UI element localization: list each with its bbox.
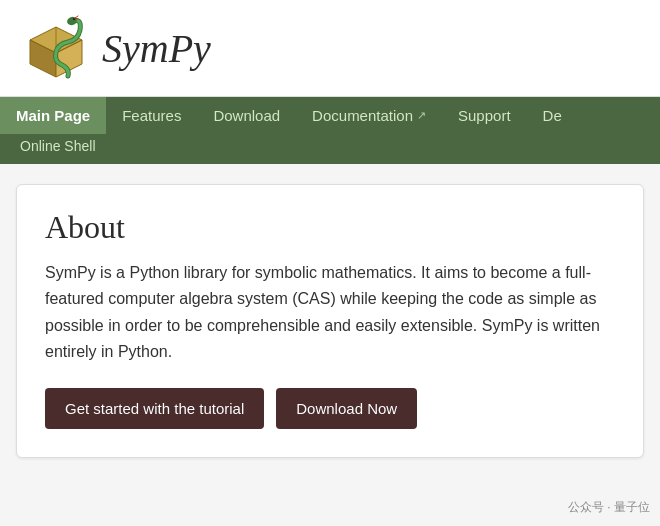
about-body: SymPy is a Python library for symbolic m… [45,260,615,366]
about-card: About SymPy is a Python library for symb… [16,184,644,458]
nav-item-de[interactable]: De [527,97,578,134]
nav-item-documentation[interactable]: Documentation ↗ [296,97,442,134]
nav-label-documentation: Documentation [312,107,413,124]
nav-label-online-shell: Online Shell [20,138,96,154]
nav-item-support[interactable]: Support [442,97,527,134]
download-now-button[interactable]: Download Now [276,388,417,429]
about-title: About [45,209,615,246]
external-link-icon: ↗ [417,109,426,122]
watermark: 公众号 · 量子位 [568,499,650,516]
logo-image [20,12,92,84]
nav-label-de: De [543,107,562,124]
button-row: Get started with the tutorial Download N… [45,388,615,429]
navigation: Main Page Features Download Documentatio… [0,97,660,164]
nav-item-online-shell[interactable]: Online Shell [4,134,112,158]
nav-top-row: Main Page Features Download Documentatio… [0,97,660,134]
nav-bottom-row: Online Shell [0,134,660,164]
site-title: SymPy [102,25,211,72]
nav-label-download: Download [213,107,280,124]
nav-item-features[interactable]: Features [106,97,197,134]
page-header: SymPy [0,0,660,97]
nav-label-features: Features [122,107,181,124]
main-content: About SymPy is a Python library for symb… [0,164,660,478]
get-started-button[interactable]: Get started with the tutorial [45,388,264,429]
nav-item-main-page[interactable]: Main Page [0,97,106,134]
nav-label-main-page: Main Page [16,107,90,124]
nav-label-support: Support [458,107,511,124]
logo-container: SymPy [20,12,211,84]
sympy-logo-svg [20,12,92,84]
nav-item-download[interactable]: Download [197,97,296,134]
